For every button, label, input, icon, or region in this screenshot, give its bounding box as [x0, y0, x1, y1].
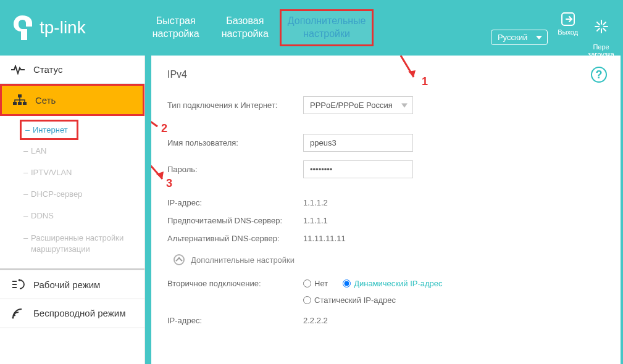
radio-static-ip[interactable]: Статический IP-адрес — [303, 296, 396, 305]
svg-marker-19 — [156, 172, 164, 179]
brand-logo: tp-link — [0, 15, 86, 40]
radio-dynamic-ip[interactable]: Динамический IP-адрес — [343, 279, 442, 288]
password-label: Пароль: — [167, 165, 303, 174]
tab-quick-setup[interactable]: Быстрая настройка — [141, 15, 211, 41]
secondary-conn-label: Вторичное подключение: — [167, 279, 303, 288]
sidebar-item-status[interactable]: Статус — [0, 56, 144, 84]
dns1-value: 1.1.1.1 — [303, 216, 328, 225]
svg-line-5 — [597, 22, 600, 25]
svg-rect-11 — [18, 102, 22, 105]
advanced-settings-label: Дополнительные настройки — [191, 255, 295, 265]
sidebar-item-opmode[interactable]: Рабочий режим — [0, 270, 144, 299]
sidebar-network-label: Сеть — [35, 95, 56, 105]
conn-type-label: Тип подключения к Интернет: — [167, 101, 303, 110]
conn-type-select[interactable]: PPPoE/PPPoE Россия — [303, 96, 413, 114]
sidebar-sub-dhcp[interactable]: DHCP-сервер — [0, 183, 144, 205]
dns1-label: Предпочитаемый DNS-сервер: — [167, 216, 303, 225]
sec-ip-label: IP-адрес: — [167, 316, 303, 325]
wifi-icon — [11, 308, 25, 319]
tab-basic-setup[interactable]: Базовая настройка — [211, 15, 280, 41]
svg-line-17 — [151, 111, 157, 126]
svg-rect-10 — [13, 102, 17, 105]
brand-text: tp-link — [40, 18, 86, 38]
content-panel: ? IPv4 Тип подключения к Интернет: PPPoE… — [151, 56, 621, 364]
language-select[interactable]: Русский — [491, 30, 548, 45]
svg-line-18 — [151, 149, 162, 179]
svg-marker-13 — [18, 279, 20, 281]
sidebar: Статус Сеть Интернет LAN IPTV/VLAN DHCP-… — [0, 56, 145, 364]
sidebar-item-network[interactable]: Сеть — [0, 84, 144, 116]
reboot-button[interactable]: Пере загрузка — [588, 11, 614, 58]
reboot-icon — [593, 19, 609, 35]
advanced-settings-toggle[interactable]: Дополнительные настройки — [174, 254, 604, 265]
logout-button[interactable]: Выход — [558, 11, 578, 36]
sidebar-sub-iptv[interactable]: IPTV/VLAN — [0, 162, 144, 183]
network-icon — [13, 94, 27, 105]
username-label: Имя пользователя: — [167, 138, 303, 147]
sidebar-item-wireless[interactable]: Беспроводной режим — [0, 299, 144, 328]
sidebar-status-label: Статус — [33, 64, 62, 75]
dns2-label: Альтернативный DNS-сервер: — [167, 234, 303, 243]
sidebar-wireless-label: Беспроводной режим — [33, 308, 125, 319]
svg-line-6 — [603, 28, 606, 31]
logout-label: Выход — [558, 28, 578, 36]
annotation-2: 2 — [161, 122, 167, 135]
radio-none[interactable]: Нет — [303, 279, 328, 288]
svg-rect-9 — [18, 94, 22, 97]
header-right: Русский Выход Пере загрузка — [491, 11, 614, 58]
chevron-up-icon — [174, 254, 185, 265]
help-button[interactable]: ? — [591, 67, 607, 83]
header: tp-link Быстрая настройка Базовая настро… — [0, 0, 623, 56]
svg-line-8 — [603, 22, 606, 25]
svg-rect-12 — [23, 102, 27, 105]
section-title: IPv4 — [167, 69, 604, 80]
mode-icon — [11, 279, 25, 290]
secondary-conn-radios: Нет Динамический IP-адрес — [303, 279, 453, 288]
sidebar-sub-routing[interactable]: Расширенные настройки маршрутизации — [0, 226, 144, 261]
svg-point-14 — [12, 317, 14, 319]
sidebar-sub-ddns[interactable]: DDNS — [0, 205, 144, 226]
ip-value: 1.1.1.2 — [303, 198, 328, 207]
username-input[interactable] — [303, 134, 413, 152]
svg-line-7 — [597, 28, 600, 31]
sidebar-sub-internet[interactable]: Интернет — [20, 120, 78, 140]
main-tabs: Быстрая настройка Базовая настройка Допо… — [141, 0, 374, 56]
sidebar-sub-lan[interactable]: LAN — [0, 140, 144, 162]
tab-advanced-setup[interactable]: Дополнительные настройки — [280, 9, 374, 46]
ip-label: IP-адрес: — [167, 198, 303, 207]
logout-icon — [560, 11, 576, 27]
sidebar-opmode-label: Рабочий режим — [33, 279, 100, 290]
dns2-value: 11.11.11.11 — [303, 234, 346, 243]
sec-ip-value: 2.2.2.2 — [303, 316, 328, 325]
tplink-logo-icon — [14, 15, 36, 40]
password-input[interactable] — [303, 160, 413, 178]
pulse-icon — [11, 65, 25, 75]
sidebar-network-subitems: Интернет LAN IPTV/VLAN DHCP-сервер DDNS … — [0, 116, 144, 268]
